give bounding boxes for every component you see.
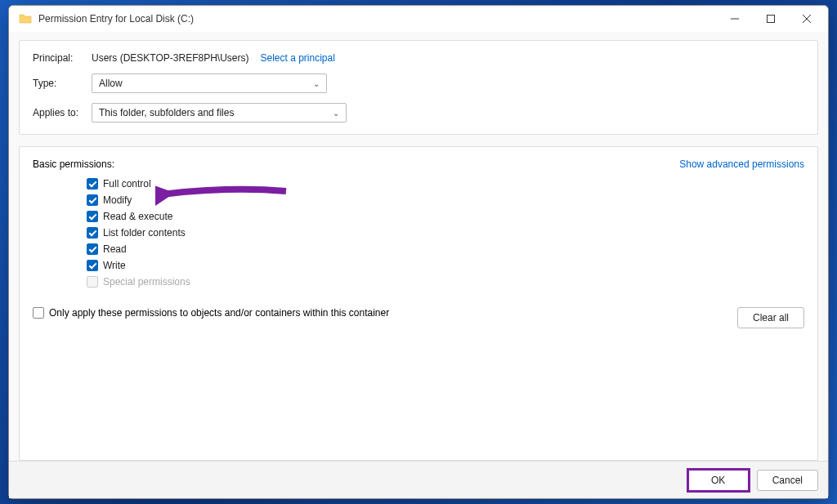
permission-item: Modify xyxy=(87,194,804,206)
cancel-button[interactable]: Cancel xyxy=(757,470,818,491)
applies-to-select[interactable]: This folder, subfolders and files ⌄ xyxy=(92,103,347,123)
chevron-down-icon: ⌄ xyxy=(313,79,320,88)
permission-checkbox[interactable] xyxy=(87,211,98,222)
permission-label: Read xyxy=(103,243,127,255)
select-principal-link[interactable]: Select a principal xyxy=(260,52,334,64)
permission-checkbox[interactable] xyxy=(87,227,98,239)
only-apply-checkbox[interactable] xyxy=(33,307,44,319)
basic-permissions-label: Basic permissions: xyxy=(33,158,114,170)
type-select[interactable]: Allow ⌄ xyxy=(92,74,327,93)
maximize-button[interactable] xyxy=(753,7,789,31)
permissions-panel: Basic permissions: Show advanced permiss… xyxy=(19,146,818,461)
clear-all-button[interactable]: Clear all xyxy=(737,307,804,328)
permission-item: List folder contents xyxy=(87,227,804,239)
permission-checkbox[interactable] xyxy=(87,260,98,271)
content-area: Principal: Users (DESKTOP-3REF8PH\Users)… xyxy=(9,32,828,461)
permission-item: Write xyxy=(87,260,804,271)
type-label: Type: xyxy=(33,78,92,89)
close-button[interactable] xyxy=(789,7,825,31)
permission-checkbox[interactable] xyxy=(87,178,98,190)
ok-button[interactable]: OK xyxy=(690,471,747,489)
permissions-list: Full controlModifyRead & executeList fol… xyxy=(87,178,804,292)
permission-label: Full control xyxy=(103,178,151,190)
permission-label: List folder contents xyxy=(103,227,186,239)
chevron-down-icon: ⌄ xyxy=(333,109,339,118)
permission-item: Full control xyxy=(87,178,804,190)
window-title: Permission Entry for Local Disk (C:) xyxy=(38,13,717,25)
permission-label: Write xyxy=(103,260,126,271)
permission-label: Read & execute xyxy=(103,211,172,222)
applies-to-value: This folder, subfolders and files xyxy=(99,107,234,118)
show-advanced-permissions-link[interactable]: Show advanced permissions xyxy=(679,158,804,170)
permission-item: Read xyxy=(87,243,804,255)
permission-checkbox[interactable] xyxy=(87,194,98,206)
only-apply-label: Only apply these permissions to objects … xyxy=(49,307,389,319)
dialog-window: Permission Entry for Local Disk (C:) Pri… xyxy=(8,5,829,499)
permission-item: Special permissions xyxy=(87,276,804,288)
ok-highlight-annotation: OK xyxy=(687,468,750,493)
footer: OK Cancel xyxy=(9,461,828,498)
applies-to-label: Applies to: xyxy=(33,107,92,118)
minimize-button[interactable] xyxy=(717,7,753,31)
folder-icon xyxy=(19,12,32,25)
principal-value: Users (DESKTOP-3REF8PH\Users) xyxy=(92,52,248,64)
titlebar: Permission Entry for Local Disk (C:) xyxy=(9,6,828,32)
svg-rect-1 xyxy=(768,16,775,23)
header-panel: Principal: Users (DESKTOP-3REF8PH\Users)… xyxy=(19,40,818,135)
permission-checkbox xyxy=(87,276,98,288)
type-value: Allow xyxy=(99,78,123,89)
permission-label: Modify xyxy=(103,194,132,206)
permission-label: Special permissions xyxy=(103,276,190,288)
principal-label: Principal: xyxy=(33,52,92,64)
permission-checkbox[interactable] xyxy=(87,243,98,255)
permission-item: Read & execute xyxy=(87,211,804,222)
